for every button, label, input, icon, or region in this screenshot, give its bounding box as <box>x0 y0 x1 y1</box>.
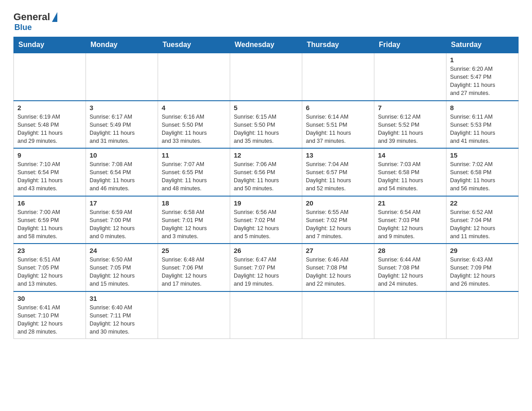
calendar-week-row: 2Sunrise: 6:19 AM Sunset: 5:48 PM Daylig… <box>14 101 519 149</box>
calendar-cell: 12Sunrise: 7:06 AM Sunset: 6:56 PM Dayli… <box>230 148 302 196</box>
day-info: Sunrise: 7:03 AM Sunset: 6:58 PM Dayligh… <box>378 160 442 193</box>
calendar-cell: 17Sunrise: 6:59 AM Sunset: 7:00 PM Dayli… <box>86 196 158 244</box>
day-number: 19 <box>234 199 298 207</box>
day-number: 9 <box>17 151 82 159</box>
day-info: Sunrise: 6:48 AM Sunset: 7:06 PM Dayligh… <box>162 256 226 288</box>
day-number: 12 <box>234 151 298 159</box>
day-number: 1 <box>450 56 515 64</box>
day-number: 10 <box>90 151 154 159</box>
day-info: Sunrise: 6:47 AM Sunset: 7:07 PM Dayligh… <box>234 256 298 288</box>
day-info: Sunrise: 6:50 AM Sunset: 7:05 PM Dayligh… <box>90 256 154 288</box>
day-number: 2 <box>17 104 82 111</box>
day-number: 24 <box>90 247 154 254</box>
calendar-cell: 29Sunrise: 6:43 AM Sunset: 7:09 PM Dayli… <box>446 244 519 291</box>
day-number: 13 <box>306 151 370 159</box>
day-info: Sunrise: 7:10 AM Sunset: 6:54 PM Dayligh… <box>17 160 82 193</box>
day-info: Sunrise: 7:02 AM Sunset: 6:58 PM Dayligh… <box>450 160 515 193</box>
day-info: Sunrise: 6:41 AM Sunset: 7:10 PM Dayligh… <box>17 304 82 336</box>
calendar-cell: 19Sunrise: 6:56 AM Sunset: 7:02 PM Dayli… <box>230 196 302 244</box>
day-number: 27 <box>306 247 370 254</box>
day-number: 15 <box>450 151 515 159</box>
day-info: Sunrise: 7:07 AM Sunset: 6:55 PM Dayligh… <box>162 160 226 193</box>
calendar-cell: 16Sunrise: 7:00 AM Sunset: 6:59 PM Dayli… <box>14 196 86 244</box>
calendar-week-row: 30Sunrise: 6:41 AM Sunset: 7:10 PM Dayli… <box>14 291 519 339</box>
day-info: Sunrise: 6:44 AM Sunset: 7:08 PM Dayligh… <box>378 256 442 288</box>
weekday-header-saturday: Saturday <box>446 37 519 53</box>
day-number: 4 <box>162 104 226 111</box>
logo-general-text: General <box>13 11 50 23</box>
day-number: 6 <box>306 104 370 111</box>
day-number: 22 <box>450 199 515 207</box>
calendar-cell: 30Sunrise: 6:41 AM Sunset: 7:10 PM Dayli… <box>14 291 86 339</box>
calendar-cell <box>230 291 302 339</box>
day-info: Sunrise: 6:19 AM Sunset: 5:48 PM Dayligh… <box>17 113 82 146</box>
day-info: Sunrise: 6:40 AM Sunset: 7:11 PM Dayligh… <box>90 304 154 336</box>
calendar-table: SundayMondayTuesdayWednesdayThursdayFrid… <box>13 37 519 339</box>
calendar-cell: 3Sunrise: 6:17 AM Sunset: 5:49 PM Daylig… <box>86 101 158 149</box>
day-info: Sunrise: 6:43 AM Sunset: 7:09 PM Dayligh… <box>450 256 515 288</box>
calendar-cell: 7Sunrise: 6:12 AM Sunset: 5:52 PM Daylig… <box>374 101 446 149</box>
calendar-cell: 27Sunrise: 6:46 AM Sunset: 7:08 PM Dayli… <box>302 244 374 291</box>
calendar-week-row: 23Sunrise: 6:51 AM Sunset: 7:05 PM Dayli… <box>14 244 519 291</box>
weekday-header-monday: Monday <box>86 37 158 53</box>
day-info: Sunrise: 6:17 AM Sunset: 5:49 PM Dayligh… <box>90 113 154 146</box>
calendar-cell <box>158 291 230 339</box>
calendar-cell: 20Sunrise: 6:55 AM Sunset: 7:02 PM Dayli… <box>302 196 374 244</box>
logo-triangle-icon <box>52 12 57 22</box>
day-info: Sunrise: 6:12 AM Sunset: 5:52 PM Dayligh… <box>378 113 442 146</box>
day-number: 31 <box>90 295 154 302</box>
day-number: 3 <box>90 104 154 111</box>
day-info: Sunrise: 7:08 AM Sunset: 6:54 PM Dayligh… <box>90 160 154 193</box>
calendar-cell <box>230 53 302 101</box>
day-number: 17 <box>90 199 154 207</box>
calendar-cell: 14Sunrise: 7:03 AM Sunset: 6:58 PM Dayli… <box>374 148 446 196</box>
day-info: Sunrise: 7:04 AM Sunset: 6:57 PM Dayligh… <box>306 160 370 193</box>
day-info: Sunrise: 6:46 AM Sunset: 7:08 PM Dayligh… <box>306 256 370 288</box>
calendar-cell: 21Sunrise: 6:54 AM Sunset: 7:03 PM Dayli… <box>374 196 446 244</box>
day-info: Sunrise: 6:55 AM Sunset: 7:02 PM Dayligh… <box>306 208 370 241</box>
calendar-week-row: 16Sunrise: 7:00 AM Sunset: 6:59 PM Dayli… <box>14 196 519 244</box>
calendar-cell <box>302 53 374 101</box>
day-number: 29 <box>450 247 515 254</box>
day-info: Sunrise: 6:14 AM Sunset: 5:51 PM Dayligh… <box>306 113 370 146</box>
day-number: 14 <box>378 151 442 159</box>
calendar-cell: 10Sunrise: 7:08 AM Sunset: 6:54 PM Dayli… <box>86 148 158 196</box>
day-number: 30 <box>17 295 82 302</box>
day-number: 26 <box>234 247 298 254</box>
calendar-cell: 8Sunrise: 6:11 AM Sunset: 5:53 PM Daylig… <box>446 101 519 149</box>
weekday-header-tuesday: Tuesday <box>158 37 230 53</box>
day-number: 25 <box>162 247 226 254</box>
day-number: 5 <box>234 104 298 111</box>
calendar-cell: 9Sunrise: 7:10 AM Sunset: 6:54 PM Daylig… <box>14 148 86 196</box>
calendar-cell <box>14 53 86 101</box>
day-number: 28 <box>378 247 442 254</box>
weekday-header-row: SundayMondayTuesdayWednesdayThursdayFrid… <box>14 37 519 53</box>
calendar-week-row: 9Sunrise: 7:10 AM Sunset: 6:54 PM Daylig… <box>14 148 519 196</box>
day-info: Sunrise: 6:11 AM Sunset: 5:53 PM Dayligh… <box>450 113 515 146</box>
calendar-cell <box>302 291 374 339</box>
logo: General Blue <box>13 9 57 32</box>
day-number: 11 <box>162 151 226 159</box>
page-header: General Blue <box>13 9 519 32</box>
calendar-cell: 22Sunrise: 6:52 AM Sunset: 7:04 PM Dayli… <box>446 196 519 244</box>
day-info: Sunrise: 6:15 AM Sunset: 5:50 PM Dayligh… <box>234 113 298 146</box>
calendar-cell: 25Sunrise: 6:48 AM Sunset: 7:06 PM Dayli… <box>158 244 230 291</box>
calendar-cell <box>86 53 158 101</box>
day-info: Sunrise: 6:52 AM Sunset: 7:04 PM Dayligh… <box>450 208 515 241</box>
calendar-cell: 18Sunrise: 6:58 AM Sunset: 7:01 PM Dayli… <box>158 196 230 244</box>
calendar-cell <box>374 291 446 339</box>
calendar-cell: 28Sunrise: 6:44 AM Sunset: 7:08 PM Dayli… <box>374 244 446 291</box>
day-number: 20 <box>306 199 370 207</box>
day-info: Sunrise: 6:51 AM Sunset: 7:05 PM Dayligh… <box>17 256 82 288</box>
calendar-cell <box>158 53 230 101</box>
day-number: 7 <box>378 104 442 111</box>
calendar-cell: 15Sunrise: 7:02 AM Sunset: 6:58 PM Dayli… <box>446 148 519 196</box>
calendar-cell: 24Sunrise: 6:50 AM Sunset: 7:05 PM Dayli… <box>86 244 158 291</box>
calendar-cell: 31Sunrise: 6:40 AM Sunset: 7:11 PM Dayli… <box>86 291 158 339</box>
calendar-cell: 4Sunrise: 6:16 AM Sunset: 5:50 PM Daylig… <box>158 101 230 149</box>
day-info: Sunrise: 6:16 AM Sunset: 5:50 PM Dayligh… <box>162 113 226 146</box>
weekday-header-thursday: Thursday <box>302 37 374 53</box>
calendar-cell: 11Sunrise: 7:07 AM Sunset: 6:55 PM Dayli… <box>158 148 230 196</box>
calendar-cell <box>374 53 446 101</box>
day-number: 23 <box>17 247 82 254</box>
